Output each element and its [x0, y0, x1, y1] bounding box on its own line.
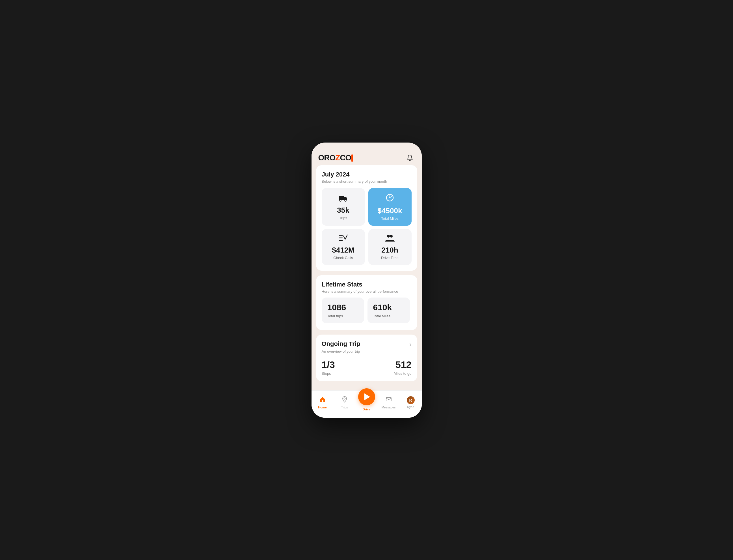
svg-rect-11: [386, 397, 391, 401]
check-calls-value: $412M: [332, 246, 355, 255]
trips-nav-label: Trips: [341, 406, 348, 409]
lifetime-miles-tile[interactable]: 610k Total Miles: [367, 298, 410, 323]
nav-home[interactable]: Home: [314, 396, 331, 409]
phone-screen: OROZCO July 2024 Below is a short summar…: [312, 148, 422, 418]
check-calls-tile[interactable]: $412M Check Calls: [322, 229, 365, 265]
lifetime-subtitle: Here is a summary of your overall perfor…: [322, 289, 411, 294]
ongoing-trip-card[interactable]: Ongoing Trip › An overview of your trip …: [316, 335, 417, 381]
home-icon: [319, 396, 326, 404]
month-subtitle: Below is a short summary of your month: [322, 179, 411, 184]
svg-point-8: [387, 235, 390, 238]
check-calls-label: Check Calls: [333, 256, 353, 260]
total-miles-tile[interactable]: $4500k Total Miles: [368, 188, 411, 226]
miles-to-go-value: 512: [394, 359, 411, 370]
play-icon: [365, 393, 370, 400]
lifetime-title: Lifetime Stats: [322, 281, 411, 288]
profile-label: Ryan: [407, 405, 414, 409]
lifetime-trips-value: 1086: [327, 303, 359, 312]
drive-time-label: Drive Time: [381, 256, 398, 260]
nav-profile[interactable]: R Ryan: [402, 396, 419, 409]
lifetime-trips-label: Total trips: [327, 314, 359, 318]
main-scroll-area: July 2024 Below is a short summary of yo…: [312, 165, 422, 390]
checklist-icon: [339, 234, 348, 244]
lifetime-trips-tile[interactable]: 1086 Total trips: [322, 298, 364, 323]
ongoing-subtitle: An overview of your trip: [322, 349, 411, 354]
phone-shell: OROZCO July 2024 Below is a short summar…: [312, 143, 422, 418]
chevron-right-icon[interactable]: ›: [409, 341, 411, 348]
stats-top-grid: 35k Trips $4500k Total M: [322, 188, 411, 226]
nav-drive[interactable]: Drive: [358, 394, 375, 411]
trips-label: Trips: [339, 216, 347, 220]
svg-point-10: [344, 398, 345, 399]
notification-bell-icon[interactable]: [405, 153, 415, 163]
drive-time-value: 210h: [381, 246, 398, 255]
messages-label: Messages: [381, 406, 395, 409]
lifetime-scroll-row: 1086 Total trips 610k Total Miles 236 To…: [322, 298, 411, 324]
truck-icon: [339, 194, 348, 204]
lifetime-stats-card: Lifetime Stats Here is a summary of your…: [316, 275, 417, 330]
miles-to-go-label: Miles to go: [394, 371, 411, 376]
ongoing-title: Ongoing Trip: [322, 340, 361, 348]
home-label: Home: [318, 406, 327, 409]
trips-icon: [341, 396, 348, 404]
drive-label: Drive: [363, 408, 370, 411]
nav-messages[interactable]: Messages: [380, 396, 397, 409]
messages-icon: [385, 396, 392, 404]
stops-stat: 1/3 Stops: [322, 359, 335, 376]
ongoing-header: Ongoing Trip ›: [322, 340, 411, 348]
svg-point-2: [345, 200, 346, 201]
miles-to-go-stat: 512 Miles to go: [394, 359, 411, 376]
trips-value: 35k: [337, 206, 349, 215]
app-logo: OROZCO: [318, 153, 353, 162]
total-miles-label: Total Miles: [381, 216, 398, 221]
svg-point-9: [390, 235, 392, 238]
total-miles-value: $4500k: [378, 206, 402, 215]
app-header: OROZCO: [312, 148, 422, 165]
month-title: July 2024: [322, 171, 411, 178]
trips-tile[interactable]: 35k Trips: [322, 188, 365, 226]
month-summary-card: July 2024 Below is a short summary of yo…: [316, 165, 417, 271]
lifetime-miles-value: 610k: [373, 303, 404, 312]
miles-icon: [385, 193, 394, 204]
avatar: R: [407, 396, 415, 404]
stats-bottom-grid: $412M Check Calls 2: [322, 229, 411, 265]
nav-trips[interactable]: Trips: [336, 396, 353, 409]
ongoing-stats-row: 1/3 Stops 512 Miles to go: [322, 359, 411, 376]
drive-button[interactable]: [358, 388, 375, 405]
bottom-nav: Home Trips Drive: [312, 390, 422, 418]
svg-point-1: [340, 200, 341, 201]
stops-value: 1/3: [322, 359, 335, 370]
svg-rect-0: [339, 196, 344, 200]
lifetime-miles-label: Total Miles: [373, 314, 404, 318]
drive-time-tile[interactable]: 210h Drive Time: [368, 229, 411, 265]
stops-label: Stops: [322, 371, 335, 376]
people-icon: [385, 234, 394, 244]
svg-point-4: [389, 197, 390, 198]
